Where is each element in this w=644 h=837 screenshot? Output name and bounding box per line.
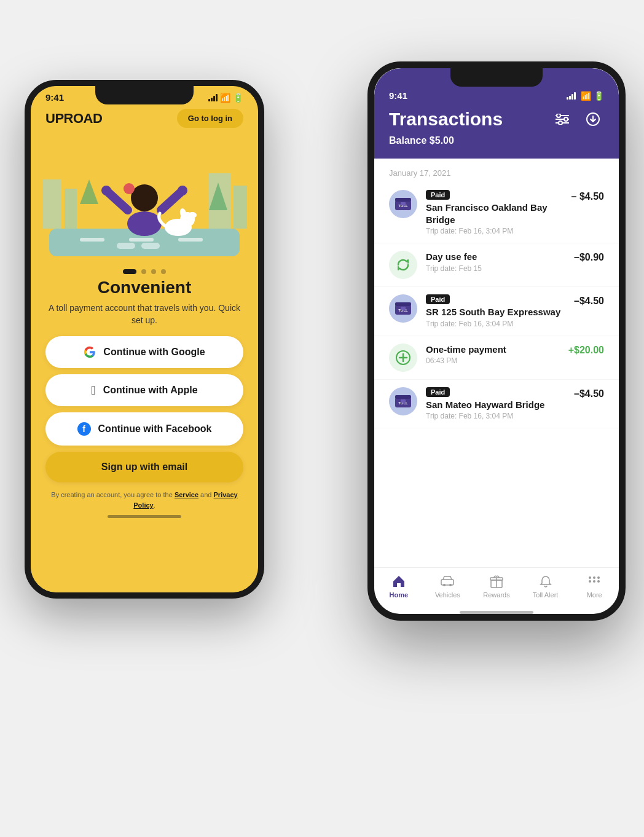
more-icon [587,574,602,589]
svg-rect-3 [178,238,203,242]
transaction-amount: –$4.50 [574,387,604,399]
transaction-name: Day use fee [426,251,565,263]
svg-rect-35 [395,302,411,306]
nav-home[interactable]: Home [374,574,423,599]
svg-line-11 [161,192,181,210]
svg-rect-22 [141,243,160,249]
transaction-item[interactable]: TOLL Paid San Francisco Oakland Bay Brid… [374,183,619,243]
payment-icon [389,344,417,372]
svg-rect-44 [401,399,406,403]
svg-point-28 [559,121,562,125]
nav-rewards[interactable]: Rewards [472,574,521,599]
home-icon [391,574,406,589]
download-button[interactable] [582,108,604,130]
transaction-info: Paid SR 125 South Bay Expressway Trip da… [426,294,565,328]
svg-line-10 [108,192,128,210]
battery-icon: 🔋 [594,91,604,101]
svg-rect-33 [401,202,406,205]
battery-icon: 🔋 [233,93,243,103]
login-button[interactable]: Go to log in [177,109,243,128]
phone2-header: 9:41 📶 🔋 Transactions [374,68,619,159]
toll-icon: TOLL [389,294,417,323]
transaction-info: Paid San Francisco Oakland Bay Bridge Tr… [426,190,563,235]
apple-signin-label: Continue with Apple [103,385,198,396]
transaction-date: 06:43 PM [426,356,560,365]
transaction-top: Paid [426,294,565,304]
transaction-info: Day use fee Trip date: Feb 15 [426,251,565,273]
title-row: Transactions [374,101,619,130]
nav-more[interactable]: More [570,574,619,599]
facebook-signin-button[interactable]: f Continue with Facebook [45,412,243,446]
phone2-status-bar: 9:41 📶 🔋 [374,87,619,101]
transaction-name: One-time payment [426,344,560,356]
phone2-time: 9:41 [389,90,407,101]
paid-badge: Paid [426,294,450,304]
nav-toll-alert[interactable]: Toll Alert [521,574,570,599]
transaction-item[interactable]: TOLL Paid San Mateo Hayward Bridge Trip … [374,380,619,429]
cycle-svg [396,257,410,272]
svg-rect-5 [65,189,77,229]
date-header: January 17, 2021 [374,159,619,183]
google-signin-label: Continue with Google [103,347,205,358]
phone2-notch [450,68,543,87]
svg-point-53 [597,580,600,583]
google-icon [84,346,96,358]
transaction-name: SR 125 South Bay Expressway [426,306,565,318]
transactions-list: January 17, 2021 TOLL Paid San Francisco [374,159,619,567]
download-icon [586,112,600,126]
transaction-item[interactable]: Day use fee Trip date: Feb 15 –$0.90 [374,243,619,287]
svg-rect-7 [234,186,247,229]
nav-toll-alert-label: Toll Alert [533,591,559,599]
bottom-navigation: Home Vehicles Rewa [374,567,619,608]
phone2-transactions: 9:41 📶 🔋 Transactions [367,61,626,621]
dot-1 [123,269,136,274]
svg-point-51 [589,580,591,583]
transaction-amount: –$0.90 [574,251,604,263]
transaction-amount: –$4.50 [574,294,604,307]
svg-rect-4 [43,179,61,229]
apple-signin-button[interactable]:  Continue with Apple [45,374,243,406]
transaction-date: Trip date: Feb 16, 3:04 PM [426,227,563,235]
balance-value: $5.00 [430,135,454,146]
balance-label: Balance [389,135,426,146]
dot-2 [141,269,146,274]
svg-rect-45 [441,580,454,585]
transaction-amount: +$20.00 [568,344,604,356]
google-signin-button[interactable]: Continue with Google [45,336,243,368]
transaction-item[interactable]: One-time payment 06:43 PM +$20.00 [374,336,619,380]
toll-svg: TOLL [394,300,412,317]
plus-svg [396,350,410,365]
facebook-icon: f [77,422,91,436]
svg-point-46 [443,584,446,586]
svg-rect-1 [80,238,104,242]
phone1-time: 9:41 [45,92,64,103]
apple-icon:  [91,384,95,396]
email-signup-button[interactable]: Sign up with email [45,452,243,482]
illustration-svg [31,130,258,265]
transaction-date: Trip date: Feb 16, 3:04 PM [426,412,565,420]
svg-point-54 [589,576,591,579]
transaction-item[interactable]: TOLL Paid SR 125 South Bay Expressway Tr… [374,287,619,336]
phone1-home-indicator [108,515,181,518]
car-icon [440,574,455,589]
transaction-top: Paid [426,190,563,200]
hero-illustration [31,130,258,265]
transaction-top: Paid [426,387,565,397]
dot-4 [161,269,166,274]
toll-icon: TOLL [389,387,417,415]
svg-point-55 [593,576,595,579]
paid-badge: Paid [426,387,450,397]
bell-icon [538,574,553,589]
service-link[interactable]: Service [175,491,198,498]
filter-button[interactable] [551,108,573,130]
svg-point-8 [127,211,162,236]
svg-rect-21 [117,243,135,249]
svg-point-26 [557,114,560,117]
svg-point-56 [597,576,600,579]
transaction-date: Trip date: Feb 16, 3:04 PM [426,320,565,328]
nav-vehicles[interactable]: Vehicles [423,574,473,599]
toll-icon: TOLL [389,190,417,218]
phone1-text-section: Convenient A toll payment account that t… [31,278,258,326]
filter-icon [556,114,569,125]
svg-rect-2 [129,238,154,242]
